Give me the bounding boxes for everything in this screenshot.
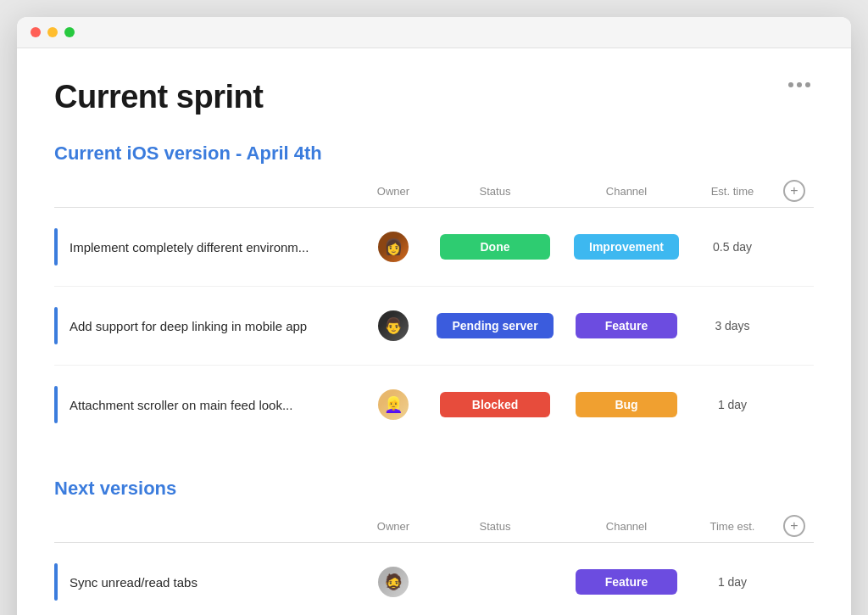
task-name: Add support for deep linking in mobile a… xyxy=(70,319,307,333)
owner-cell: 👱‍♀️ xyxy=(359,366,427,444)
avatar-face: 👨 xyxy=(378,310,409,341)
time-cell: 3 days xyxy=(690,287,775,366)
task-name: Attachment scroller on main feed look... xyxy=(70,398,292,412)
avatar-face: 🧔 xyxy=(378,567,409,597)
section2-add-button[interactable]: + xyxy=(783,515,805,537)
section1-rows: Implement completely different environm.… xyxy=(54,208,814,444)
avatar-face: 👩 xyxy=(378,232,409,262)
section1-header: Current iOS version - April 4th xyxy=(54,143,814,165)
section2-col-headers: Owner Status Channel Time est. + xyxy=(54,510,814,543)
row-actions-cell xyxy=(775,208,814,287)
col-add-header: + xyxy=(775,175,814,208)
col-task-header xyxy=(54,175,359,208)
col-owner-header: Owner xyxy=(359,175,427,208)
more-dot-2 xyxy=(797,82,802,87)
col-status-header2: Status xyxy=(427,510,563,543)
task-cell: Attachment scroller on main feed look... xyxy=(54,366,359,444)
col-owner-header2: Owner xyxy=(359,510,427,543)
col-channel-header2: Channel xyxy=(563,510,690,543)
task-bar xyxy=(54,386,58,423)
owner-cell: 🧔 xyxy=(359,543,427,616)
col-status-header: Status xyxy=(427,175,563,208)
status-cell xyxy=(427,543,563,616)
channel-badge: Bug xyxy=(576,392,677,417)
section2-title: Next versions xyxy=(54,478,814,500)
time-value: 3 days xyxy=(715,319,749,333)
avatar: 👱‍♀️ xyxy=(378,389,409,420)
status-badge: Pending server xyxy=(437,313,553,338)
table-row: Attachment scroller on main feed look...… xyxy=(54,366,814,444)
page-header: Current sprint xyxy=(54,79,814,115)
status-badge: Done xyxy=(440,234,550,260)
col-task-header2 xyxy=(54,510,359,543)
section2-rows: Sync unread/read tabs 🧔Feature1 day Push… xyxy=(54,543,814,616)
task-bar xyxy=(54,228,58,266)
channel-cell: Feature xyxy=(563,543,690,616)
title-bar xyxy=(17,17,851,48)
col-add-header2: + xyxy=(775,510,814,543)
status-cell: Blocked xyxy=(427,366,563,444)
task-bar xyxy=(54,563,58,601)
time-value: 0.5 day xyxy=(713,240,752,254)
channel-cell: Feature xyxy=(563,287,690,366)
owner-cell: 👨 xyxy=(359,287,427,366)
avatar-face: 👱‍♀️ xyxy=(378,389,409,420)
section1-add-button[interactable]: + xyxy=(783,180,805,202)
avatar: 👩 xyxy=(378,232,409,262)
owner-cell: 👩 xyxy=(359,208,427,287)
time-cell: 1 day xyxy=(690,366,775,444)
col-time-header2: Time est. xyxy=(690,510,775,543)
channel-cell: Bug xyxy=(563,366,690,444)
more-dot-3 xyxy=(805,82,810,87)
col-time-header: Est. time xyxy=(690,175,775,208)
main-content: Current sprint Current iOS version - Apr… xyxy=(17,48,851,615)
status-badge: Blocked xyxy=(440,392,550,417)
task-cell: Sync unread/read tabs xyxy=(54,543,359,616)
task-cell: Add support for deep linking in mobile a… xyxy=(54,287,359,366)
time-value: 1 day xyxy=(718,575,747,589)
row-actions-cell xyxy=(775,543,814,616)
col-channel-header: Channel xyxy=(563,175,690,208)
task-name: Sync unread/read tabs xyxy=(70,575,198,590)
row-actions-cell xyxy=(775,287,814,366)
expand-dot[interactable] xyxy=(64,27,75,37)
channel-cell: Improvement xyxy=(563,208,690,287)
section-next-versions: Next versions Owner Status Channel Time … xyxy=(54,478,814,615)
channel-badge: Improvement xyxy=(574,234,679,260)
section1-title: Current iOS version - April 4th xyxy=(54,143,814,165)
table-row: Add support for deep linking in mobile a… xyxy=(54,287,814,366)
channel-badge: Feature xyxy=(576,569,677,595)
more-dot-1 xyxy=(788,82,793,87)
time-cell: 1 day xyxy=(690,543,775,616)
page-title: Current sprint xyxy=(54,79,263,115)
row-actions-cell xyxy=(775,366,814,444)
section2-table: Owner Status Channel Time est. + Sync un… xyxy=(54,510,814,615)
task-bar xyxy=(54,307,58,344)
section-current-ios: Current iOS version - April 4th Owner St… xyxy=(54,143,814,444)
more-button[interactable] xyxy=(785,79,814,91)
section2-header: Next versions xyxy=(54,478,814,500)
status-cell: Pending server xyxy=(427,287,563,366)
section1-table: Owner Status Channel Est. time + Impleme… xyxy=(54,175,814,444)
status-cell: Done xyxy=(427,208,563,287)
section1-col-headers: Owner Status Channel Est. time + xyxy=(54,175,814,208)
close-dot[interactable] xyxy=(31,27,41,37)
avatar: 🧔 xyxy=(378,567,409,597)
avatar: 👨 xyxy=(378,310,409,341)
channel-badge: Feature xyxy=(576,313,677,338)
app-window: Current sprint Current iOS version - Apr… xyxy=(17,17,851,615)
table-row: Implement completely different environm.… xyxy=(54,208,814,287)
table-row: Sync unread/read tabs 🧔Feature1 day xyxy=(54,543,814,616)
time-cell: 0.5 day xyxy=(690,208,775,287)
task-name: Implement completely different environm.… xyxy=(70,240,309,254)
time-value: 1 day xyxy=(718,398,747,411)
minimize-dot[interactable] xyxy=(47,27,58,37)
task-cell: Implement completely different environm.… xyxy=(54,208,359,287)
